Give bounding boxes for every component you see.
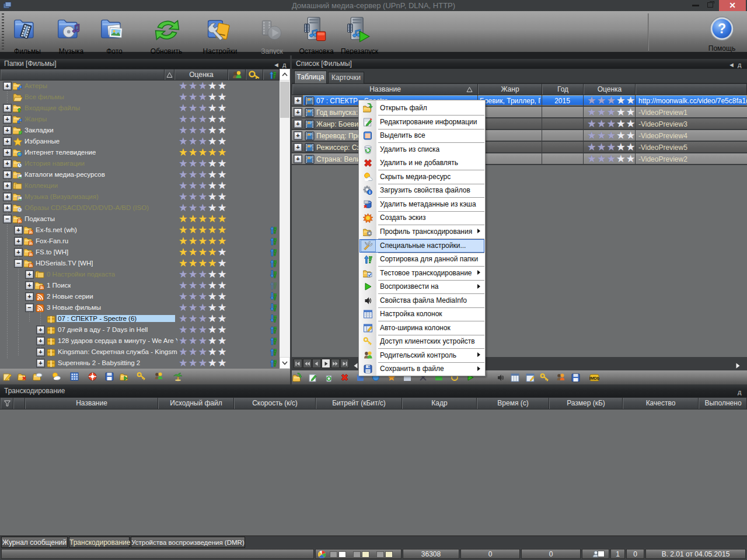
svg-text:?: ? (718, 21, 726, 36)
svg-text:i: i (369, 190, 370, 195)
svg-text:IMDb: IMDb (589, 376, 599, 380)
